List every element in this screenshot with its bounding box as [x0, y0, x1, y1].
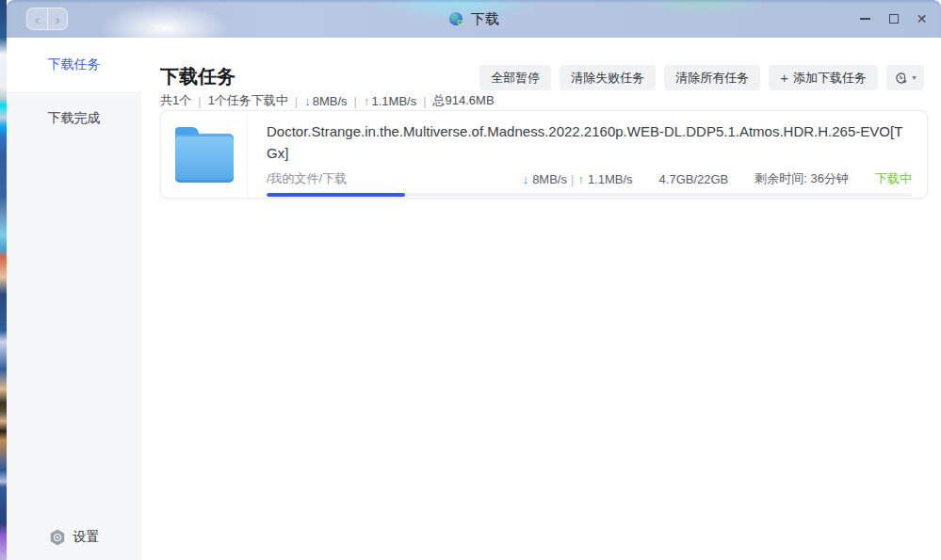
task-status-badge: 下载中 — [875, 170, 912, 187]
up-arrow-icon: ↑ — [577, 172, 584, 186]
summary-stats: 共1个 | 1个任务下载中 | ↓ 8MB/s | ↑ 1.1MB/s | 总9… — [160, 92, 495, 109]
task-icon-zone — [161, 111, 248, 198]
pause-all-label: 全部暂停 — [491, 70, 540, 87]
down-arrow-icon: ↓ — [523, 172, 529, 186]
minimize-button[interactable] — [859, 13, 871, 25]
add-task-label: 添加下载任务 — [793, 70, 867, 87]
progress-bar — [267, 193, 912, 197]
maximize-button[interactable] — [887, 13, 900, 25]
separator: | — [198, 94, 201, 108]
plus-icon: + — [780, 70, 788, 86]
caret-down-icon: ▾ — [912, 73, 916, 82]
main-content: 下载任务 共1个 | 1个任务下载中 | ↓ 8MB/s | ↑ 1.1MB/s… — [141, 38, 941, 560]
sort-order-button[interactable]: ▾ — [886, 65, 924, 90]
task-info-row: /我的文件/下载 ↓ 8MB/s | ↑ 1.1MB/s 4.7GB/22GB … — [267, 170, 912, 187]
remaining-value: 36分钟 — [811, 171, 849, 185]
settings-label: 设置 — [73, 529, 100, 546]
sidebar: 下载任务 下载完成 设置 — [7, 38, 141, 560]
up-speed-value: 1.1MB/s — [371, 94, 416, 108]
add-task-button[interactable]: + 添加下载任务 — [769, 65, 878, 90]
titlebar[interactable]: ‹ › 下载 ✕ — [7, 0, 941, 38]
total-size: 总914.6MB — [433, 92, 495, 109]
sidebar-item-label: 下载完成 — [48, 110, 101, 125]
remaining-label: 剩余时间: — [754, 171, 807, 185]
close-button[interactable]: ✕ — [916, 13, 928, 25]
sort-by-time-icon — [894, 71, 909, 86]
desktop-wallpaper-strip — [0, 0, 7, 560]
task-up-speed: 1.1MB/s — [588, 172, 633, 186]
global-down-speed: ↓ 8MB/s — [304, 94, 347, 108]
separator: | — [423, 94, 426, 108]
sidebar-item-download-complete[interactable]: 下载完成 — [7, 91, 141, 145]
sidebar-item-label: 下载任务 — [48, 56, 101, 72]
task-count: 共1个 — [160, 92, 191, 109]
separator: | — [295, 94, 298, 108]
window-controls: ✕ — [859, 0, 928, 38]
close-icon: ✕ — [917, 12, 928, 25]
separator: | — [354, 94, 357, 108]
pause-all-button[interactable]: 全部暂停 — [479, 65, 551, 90]
maximize-icon — [889, 14, 899, 24]
toolbar: 全部暂停 清除失败任务 清除所有任务 + 添加下载任务 ▾ — [479, 65, 924, 90]
task-body: Doctor.Strange.in.the.Multiverse.of.Madn… — [248, 111, 927, 198]
progress-fill — [267, 193, 405, 197]
task-remaining: 剩余时间: 36分钟 — [754, 170, 849, 187]
down-speed-value: 8MB/s — [313, 94, 348, 108]
clear-failed-button[interactable]: 清除失败任务 — [560, 65, 656, 90]
task-filename: Doctor.Strange.in.the.Multiverse.of.Madn… — [267, 120, 912, 164]
global-up-speed: ↑ 1.1MB/s — [364, 94, 416, 108]
task-size: 4.7GB/22GB — [659, 172, 729, 186]
clear-all-button[interactable]: 清除所有任务 — [664, 65, 760, 90]
clear-failed-label: 清除失败任务 — [571, 70, 644, 87]
page-title: 下载任务 — [160, 64, 235, 89]
clear-all-label: 清除所有任务 — [675, 70, 749, 87]
sidebar-item-settings[interactable]: 设置 — [7, 526, 141, 549]
folder-icon — [175, 134, 234, 183]
separator: | — [571, 172, 574, 186]
window-title-group: 下载 — [7, 0, 941, 38]
task-down-speed: 8MB/s — [532, 172, 567, 186]
minimize-icon — [860, 18, 870, 20]
task-speed: ↓ 8MB/s | ↑ 1.1MB/s — [523, 172, 633, 186]
down-arrow-icon: ↓ — [304, 94, 311, 108]
downloading-count: 1个任务下载中 — [208, 92, 288, 109]
sidebar-item-download-tasks[interactable]: 下载任务 — [7, 38, 141, 91]
gear-icon — [49, 529, 66, 546]
window-title: 下载 — [471, 10, 499, 28]
download-task-card[interactable]: Doctor.Strange.in.the.Multiverse.of.Madn… — [160, 110, 928, 199]
task-save-path: /我的文件/下载 — [267, 170, 523, 187]
up-arrow-icon: ↑ — [364, 94, 370, 108]
app-globe-icon — [448, 11, 464, 27]
task-stats: ↓ 8MB/s | ↑ 1.1MB/s 4.7GB/22GB 剩余时间: 36分… — [523, 170, 912, 187]
